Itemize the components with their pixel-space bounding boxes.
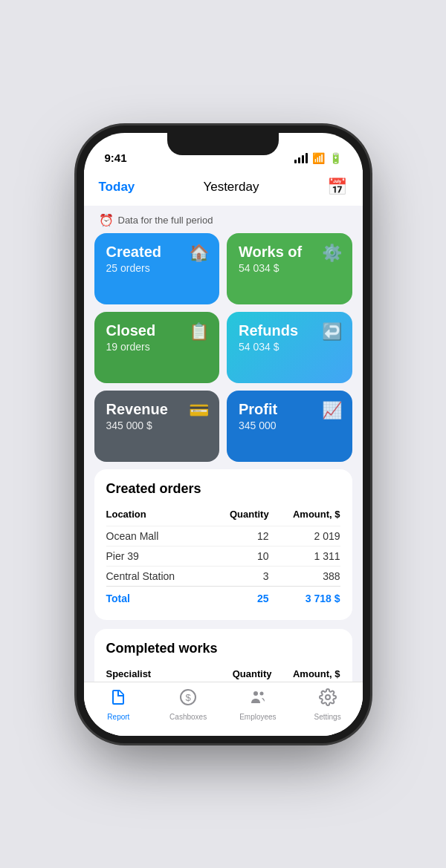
svg-point-3: [259, 691, 263, 695]
tab-today[interactable]: Today: [99, 180, 135, 195]
amount-cell: 388: [269, 566, 340, 586]
card-refunds-subtitle: 54 034 $: [239, 341, 342, 353]
card-closed[interactable]: Closed 19 orders 📋: [94, 312, 220, 383]
quantity-cell: 12: [210, 526, 269, 546]
card-works-of-subtitle: 54 034 $: [239, 262, 342, 274]
card-icon: 💳: [189, 401, 209, 420]
screen: Today Yesterday 📅 ⏰ Data for the full pe…: [84, 170, 363, 736]
chart-icon: 📈: [322, 401, 342, 420]
amount-cell: 2 019: [269, 526, 340, 546]
table-row: Ocean Mall 12 2 019: [106, 526, 340, 546]
amount-cell: 1 311: [269, 546, 340, 566]
card-profit-subtitle: 345 000: [239, 420, 342, 431]
card-refunds[interactable]: Refunds 54 034 $ ↩️: [227, 312, 352, 383]
nav-label-report: Report: [107, 713, 129, 721]
clipboard-icon: 📋: [189, 322, 209, 342]
col-quantity: Quantity: [215, 665, 271, 682]
signal-icon: [294, 153, 308, 163]
svg-point-2: [253, 691, 258, 696]
card-created-subtitle: 25 orders: [106, 262, 210, 274]
calendar-icon[interactable]: 📅: [327, 177, 347, 197]
card-closed-subtitle: 19 orders: [106, 341, 210, 353]
home-icon: 🏠: [189, 244, 209, 263]
header: Today Yesterday 📅: [84, 170, 363, 206]
cards-grid: Created 25 orders 🏠 Works of 54 034 $ ⚙️: [84, 233, 363, 469]
scroll-area[interactable]: ⏰ Data for the full period Created 25 or…: [84, 206, 363, 682]
table-row: Central Station 3 388: [106, 566, 340, 586]
col-quantity: Quantity: [210, 506, 269, 526]
created-orders-title: Created orders: [106, 481, 340, 497]
cashboxes-icon: $: [179, 688, 197, 711]
completed-works-title: Completed works: [106, 641, 340, 656]
card-works-of[interactable]: Works of 54 034 $ ⚙️: [227, 233, 352, 304]
card-created[interactable]: Created 25 orders 🏠: [94, 233, 220, 304]
status-time: 9:41: [105, 151, 127, 164]
card-revenue[interactable]: Revenue 345 000 $ 💳: [94, 391, 220, 462]
nav-item-cashboxes[interactable]: $ Cashboxes: [166, 688, 210, 721]
report-icon: [109, 688, 127, 711]
svg-point-4: [326, 695, 330, 699]
quantity-cell: 10: [210, 546, 269, 566]
total-label: Total: [106, 586, 210, 608]
location-cell: Pier 39: [106, 546, 210, 566]
nav-label-cashboxes: Cashboxes: [169, 713, 207, 721]
return-icon: ↩️: [322, 322, 342, 342]
col-amount: Amount, $: [271, 665, 340, 682]
nav-item-settings[interactable]: Settings: [306, 688, 350, 721]
nav-item-report[interactable]: Report: [96, 688, 140, 721]
tab-yesterday[interactable]: Yesterday: [203, 180, 259, 195]
created-orders-table: Location Quantity Amount, $ Ocean Mall 1…: [106, 506, 340, 608]
created-orders-card: Created orders Location Quantity Amount,…: [94, 469, 352, 620]
wifi-icon: 📶: [312, 152, 325, 164]
col-location: Location: [106, 506, 210, 526]
location-cell: Ocean Mall: [106, 526, 210, 546]
col-specialist: Specialist: [106, 665, 216, 682]
nav-item-employees[interactable]: Employees: [236, 688, 280, 721]
quantity-cell: 3: [210, 566, 269, 586]
bottom-nav: Report $ Cashboxes: [84, 682, 363, 736]
nav-label-settings: Settings: [314, 713, 341, 721]
total-row: Total 25 3 718 $: [106, 586, 340, 608]
clock-icon: ⏰: [99, 213, 114, 227]
employees-icon: [249, 688, 267, 711]
settings-icon: ⚙️: [322, 244, 342, 263]
svg-text:$: $: [186, 692, 192, 703]
table-row: Pier 39 10 1 311: [106, 546, 340, 566]
completed-works-table: Specialist Quantity Amount, $ Іванов Гри…: [106, 665, 340, 682]
card-profit[interactable]: Profit 345 000 📈: [227, 391, 352, 462]
settings-nav-icon: [319, 688, 337, 711]
period-notice: ⏰ Data for the full period: [84, 206, 363, 233]
total-amount: 3 718 $: [269, 586, 340, 608]
card-revenue-subtitle: 345 000 $: [106, 420, 210, 431]
col-amount: Amount, $: [269, 506, 340, 526]
status-icons: 📶 🔋: [294, 152, 342, 164]
notch: [167, 133, 279, 155]
completed-works-card: Completed works Specialist Quantity Amou…: [94, 629, 352, 682]
total-quantity: 25: [210, 586, 269, 608]
battery-icon: 🔋: [329, 152, 342, 164]
location-cell: Central Station: [106, 566, 210, 586]
nav-label-employees: Employees: [239, 713, 276, 721]
period-notice-text: Data for the full period: [118, 215, 213, 226]
phone-shell: 9:41 📶 🔋 Today Yesterday 📅 ⏰ Data for t: [84, 133, 363, 736]
